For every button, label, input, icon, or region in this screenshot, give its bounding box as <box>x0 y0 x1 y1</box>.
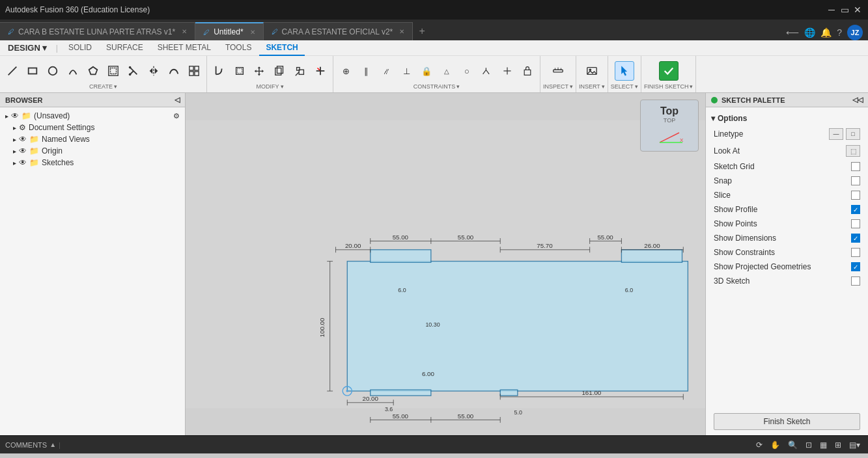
nav-globe-button[interactable]: 🌐 <box>804 27 815 38</box>
curvature-button[interactable] <box>497 61 517 81</box>
tab-solid[interactable]: SOLID <box>62 40 98 56</box>
copy-tool-button[interactable] <box>270 61 290 81</box>
show-dimensions-checkbox[interactable]: ✓ <box>851 234 860 243</box>
show-projected-checkbox[interactable]: ✓ <box>851 262 860 271</box>
show-constraints-checkbox[interactable] <box>851 248 860 257</box>
expand-arrow-origin[interactable]: ▸ <box>13 148 16 155</box>
user-avatar[interactable]: JZ <box>847 25 863 40</box>
expand-arrow-root[interactable]: ▸ <box>5 113 8 120</box>
tab-sketch[interactable]: SKETCH <box>259 40 304 56</box>
scale-tool-button[interactable] <box>290 61 310 81</box>
parallel-button[interactable]: ⫽ <box>376 61 396 81</box>
offset-tool-button[interactable] <box>104 61 123 81</box>
close-button[interactable]: ✕ <box>852 5 863 15</box>
lock-button[interactable]: 🔒 <box>417 61 436 81</box>
tab-cara-a[interactable]: 🖊 CARA A ESTANTE OFICIAL v2* ✕ <box>264 22 413 40</box>
tab-sheet-metal[interactable]: SHEET METAL <box>151 40 217 56</box>
zoom-window-tool[interactable]: 🔍 <box>785 439 800 451</box>
insert-image-button[interactable] <box>582 61 602 81</box>
trim-tool-button[interactable] <box>311 61 330 81</box>
browser-named-views[interactable]: ▸ 👁 📁 Named Views <box>0 133 185 145</box>
arc-tool-button[interactable] <box>63 61 83 81</box>
units-tool[interactable]: ▤▾ <box>847 439 863 451</box>
symmetry-button[interactable] <box>477 61 497 81</box>
show-profile-checkbox[interactable]: ✓ <box>851 205 860 214</box>
select-cursor-button[interactable] <box>615 61 634 81</box>
view-cube[interactable]: Top TOP X <box>640 100 699 152</box>
tab-tools[interactable]: TOOLS <box>219 40 258 56</box>
browser-root-item[interactable]: ▸ 👁 📁 (Unsaved) ⚙ <box>0 110 185 122</box>
visibility-icon-sketches[interactable]: 👁 <box>19 158 27 167</box>
perpendicular-button[interactable]: ⊥ <box>397 61 416 81</box>
measure-button[interactable] <box>548 61 568 81</box>
modify-dropdown-arrow[interactable]: ▾ <box>281 83 284 90</box>
coincident-button[interactable]: ⊕ <box>336 61 356 81</box>
constraints-dropdown-arrow[interactable]: ▾ <box>456 83 460 90</box>
create-dropdown-arrow[interactable]: ▾ <box>114 83 117 90</box>
visibility-icon-origin[interactable]: 👁 <box>19 146 27 155</box>
browser-origin[interactable]: ▸ 👁 📁 Origin <box>0 145 185 157</box>
browser-sketches[interactable]: ▸ 👁 📁 Sketches <box>0 157 185 168</box>
help-button[interactable]: ? <box>837 27 842 38</box>
visibility-icon-root[interactable]: 👁 <box>11 111 19 120</box>
tangent-button[interactable]: ○ <box>457 61 477 81</box>
pattern-tool-button[interactable] <box>184 61 204 81</box>
browser-collapse-button[interactable]: ◁ <box>175 96 180 104</box>
insert-dropdown-arrow[interactable]: ▾ <box>602 83 605 90</box>
slice-checkbox[interactable] <box>851 191 860 200</box>
tab-surface[interactable]: SURFACE <box>100 40 150 56</box>
snap-checkbox[interactable] <box>851 176 860 185</box>
finish-sketch-button[interactable]: Finish Sketch <box>714 413 860 430</box>
show-points-checkbox[interactable] <box>851 219 860 228</box>
3d-sketch-checkbox[interactable] <box>851 276 860 286</box>
sketch-grid-checkbox[interactable] <box>851 162 860 171</box>
equal-button[interactable]: △ <box>437 61 456 81</box>
rect-tool-button[interactable] <box>23 61 42 81</box>
linetype-btn-1[interactable]: — <box>829 128 843 140</box>
expand-arrow-named[interactable]: ▸ <box>13 136 16 143</box>
circle-tool-button[interactable] <box>43 61 63 81</box>
offset2-tool-button[interactable] <box>230 61 249 81</box>
fit-tool[interactable]: ⊡ <box>803 439 815 451</box>
design-dropdown[interactable]: DESIGN ▾ <box>3 41 52 55</box>
look-at-button[interactable]: ⬚ <box>846 145 860 157</box>
finish-sketch-dropdown-arrow[interactable]: ▾ <box>690 83 693 90</box>
inspect-dropdown-arrow[interactable]: ▾ <box>570 83 573 90</box>
spline-tool-button[interactable] <box>164 61 184 81</box>
tab-close-cara-b[interactable]: ✕ <box>182 28 187 35</box>
display-settings-tool[interactable]: ▦ <box>817 439 830 451</box>
grid-settings-tool[interactable]: ⊞ <box>832 439 844 451</box>
notification-button[interactable]: 🔔 <box>820 27 832 38</box>
tab-cara-b[interactable]: 🖊 CARA B ESTANTE LUNA PARTE ATRAS v1* ✕ <box>0 22 195 40</box>
orbit-tool[interactable]: ⟳ <box>753 439 765 451</box>
options-header[interactable]: ▾ Options <box>706 111 868 126</box>
polygon-tool-button[interactable] <box>83 61 103 81</box>
tab-close-untitled[interactable]: ✕ <box>250 29 255 36</box>
pan-tool[interactable]: ✋ <box>768 439 783 451</box>
select-dropdown-arrow[interactable]: ▾ <box>635 83 638 90</box>
tab-close-cara-a[interactable]: ✕ <box>399 28 404 35</box>
minimize-button[interactable]: ─ <box>826 5 837 15</box>
settings-icon-root[interactable]: ⚙ <box>173 112 180 120</box>
scissors-tool-button[interactable] <box>124 61 143 81</box>
linetype-btn-2[interactable]: □ <box>846 128 860 140</box>
comments-expand[interactable]: ▲ <box>49 441 56 448</box>
expand-arrow-doc[interactable]: ▸ <box>13 124 16 131</box>
finish-sketch-toolbar-button[interactable] <box>659 61 679 81</box>
mirror-tool-button[interactable] <box>144 61 163 81</box>
fix-button[interactable] <box>518 61 537 81</box>
nav-back-button[interactable]: ⟵ <box>786 27 799 38</box>
browser-doc-settings[interactable]: ▸ ⚙ Document Settings <box>0 122 185 133</box>
line-tool-button[interactable] <box>3 61 22 81</box>
maximize-button[interactable]: ▭ <box>839 5 850 15</box>
tab-untitled[interactable]: 🖊 Untitled* ✕ <box>195 22 263 40</box>
new-tab-button[interactable]: + <box>413 22 431 40</box>
collinear-button[interactable]: ∥ <box>356 61 376 81</box>
fillet-tool-button[interactable] <box>210 61 229 81</box>
toolbar-tab-strip: DESIGN ▾ | SOLID SURFACE SHEET METAL TOO… <box>0 40 868 56</box>
visibility-icon-named[interactable]: 👁 <box>19 135 27 144</box>
move-tool-button[interactable] <box>250 61 270 81</box>
canvas-area[interactable]: 55.00 55.00 75.70 55.00 26.00 20.00 6.0 <box>186 93 705 435</box>
expand-arrow-sketches[interactable]: ▸ <box>13 159 16 167</box>
palette-expand-button[interactable]: ◁◁ <box>852 96 863 104</box>
